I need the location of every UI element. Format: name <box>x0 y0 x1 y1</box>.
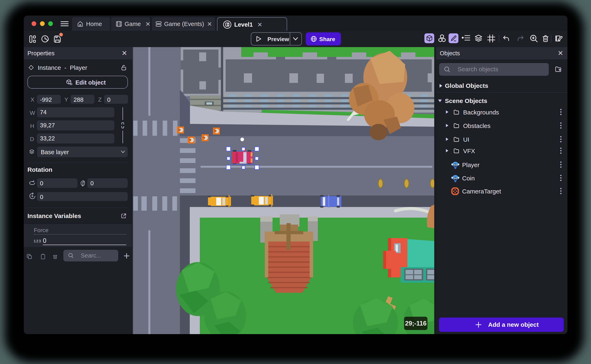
svg-text:3D: 3D <box>70 83 72 85</box>
svg-text:29;-116: 29;-116 <box>405 320 426 327</box>
